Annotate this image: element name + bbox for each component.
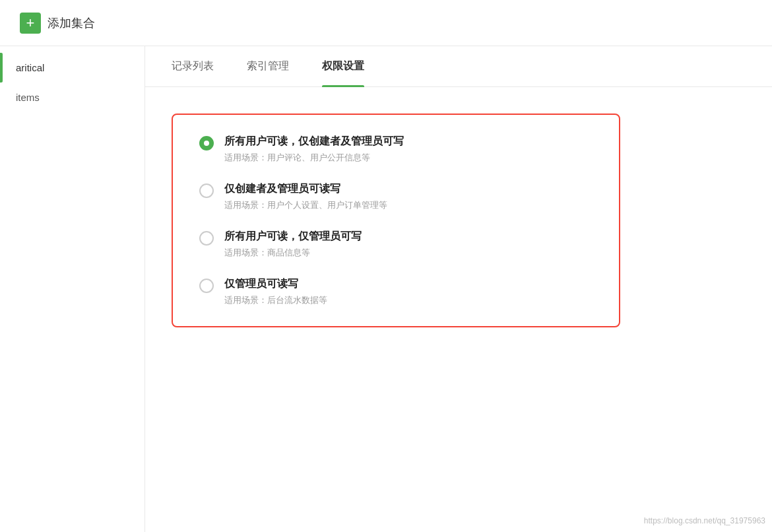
permission-text-1: 所有用户可读，仅创建者及管理员可写 适用场景：用户评论、用户公开信息等 [224, 135, 593, 164]
radio-option-4[interactable] [199, 279, 214, 293]
add-collection-label: 添加集合 [48, 15, 95, 31]
permission-option-3: 所有用户可读，仅管理员可写 适用场景：商品信息等 [199, 230, 593, 259]
permission-option-1: 所有用户可读，仅创建者及管理员可写 适用场景：用户评论、用户公开信息等 [199, 135, 593, 164]
tab-content: 所有用户可读，仅创建者及管理员可写 适用场景：用户评论、用户公开信息等 仅创建者… [145, 87, 772, 532]
radio-option-2[interactable] [199, 183, 214, 198]
permission-option-4: 仅管理员可读写 适用场景：后台流水数据等 [199, 277, 593, 306]
header: + 添加集合 [0, 0, 772, 46]
add-icon: + [20, 13, 41, 34]
content-area: 记录列表 索引管理 权限设置 所有用户可读，仅创建者及管理员可写 适用场景：用户… [145, 46, 772, 532]
permission-desc-4: 适用场景：后台流水数据等 [224, 294, 593, 306]
radio-option-1[interactable] [199, 136, 214, 150]
add-collection-button[interactable]: + 添加集合 [20, 13, 95, 34]
main-layout: aritical items 记录列表 索引管理 权限设置 [0, 46, 772, 532]
permission-title-4: 仅管理员可读写 [224, 277, 593, 291]
permission-card: 所有用户可读，仅创建者及管理员可写 适用场景：用户评论、用户公开信息等 仅创建者… [172, 114, 620, 327]
tab-permission-settings[interactable]: 权限设置 [322, 46, 364, 86]
sidebar-item-items[interactable]: items [0, 83, 145, 112]
sidebar-item-aritical[interactable]: aritical [0, 53, 145, 83]
permission-desc-3: 适用场景：商品信息等 [224, 247, 593, 259]
watermark: https://blog.csdn.net/qq_31975963 [644, 516, 765, 525]
permission-title-3: 所有用户可读，仅管理员可写 [224, 230, 593, 244]
radio-option-3[interactable] [199, 231, 214, 246]
permission-desc-2: 适用场景：用户个人设置、用户订单管理等 [224, 199, 593, 211]
tabs: 记录列表 索引管理 权限设置 [145, 46, 772, 87]
permission-text-2: 仅创建者及管理员可读写 适用场景：用户个人设置、用户订单管理等 [224, 182, 593, 211]
permission-text-4: 仅管理员可读写 适用场景：后台流水数据等 [224, 277, 593, 306]
permission-option-2: 仅创建者及管理员可读写 适用场景：用户个人设置、用户订单管理等 [199, 182, 593, 211]
tab-record-list[interactable]: 记录列表 [172, 46, 214, 86]
sidebar: aritical items [0, 46, 145, 532]
permission-desc-1: 适用场景：用户评论、用户公开信息等 [224, 152, 593, 164]
permission-text-3: 所有用户可读，仅管理员可写 适用场景：商品信息等 [224, 230, 593, 259]
permission-title-2: 仅创建者及管理员可读写 [224, 182, 593, 196]
tab-index-manage[interactable]: 索引管理 [247, 46, 289, 86]
permission-title-1: 所有用户可读，仅创建者及管理员可写 [224, 135, 593, 149]
